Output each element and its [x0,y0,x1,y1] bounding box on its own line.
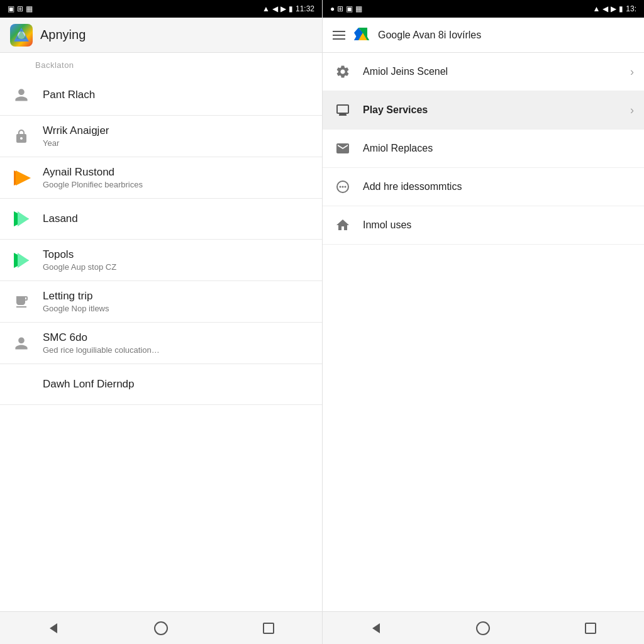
left-nav-bar [0,611,322,644]
svg-marker-8 [18,253,29,268]
list-item-dawh[interactable]: Dawh Lonf Dierndp [0,364,322,405]
r-wifi-icon: ▲ [592,4,600,13]
left-app-icon [10,24,33,47]
right-home-button[interactable] [469,614,497,642]
right-app-header: Google Avan 8i Iovírles [323,18,644,53]
svg-point-20 [345,186,347,188]
placeholder-icon [10,373,33,396]
lock-icon [10,125,33,148]
hamburger-line-1 [333,31,345,32]
home-circle [154,621,168,635]
left-app-header: Apnying [0,18,322,53]
hamburger-menu[interactable] [333,31,345,40]
r-grid-icon: ⊞ [337,4,343,13]
google-drive-logo [353,26,370,44]
list-item-pant-rlach-text: Pant Rlach [43,89,312,101]
r-signal-icon1: ◀ [602,4,608,13]
r-signal-icon2: ▶ [611,4,616,13]
battery-icon: ▮ [289,4,293,13]
list-item-topols-text: Topols Google Aup stop CZ [43,248,312,272]
right-time: 13: [626,4,636,13]
right-list-item-add-hre[interactable]: Add hre idessommtics [323,168,644,206]
right-home-circle [476,621,490,635]
left-app-title: Apnying [40,28,86,42]
signal-icon1: ◀ [272,4,278,13]
hamburger-line-3 [333,38,345,40]
right-panel: ● ⊞ ▣ ▦ ▲ ◀ ▶ ▮ 13: [322,0,644,644]
svg-marker-4 [16,170,31,186]
image-icon: ▦ [26,4,33,13]
right-nav-bar [323,611,644,644]
right-list-item-amiol-replaces[interactable]: Amiol Replaces [323,130,644,168]
right-recent-button[interactable] [577,614,604,642]
wifi-icon: ▲ [262,4,270,13]
envelope-icon [333,138,353,158]
dots-circle-icon [333,177,353,197]
left-status-icons: ▣ ⊞ ▦ [8,4,33,13]
list-item-dawh-text: Dawh Lonf Dierndp [43,378,312,391]
list-item-aynail[interactable]: Aynail Rustond Google Plonifiec bearbric… [0,157,322,199]
svg-marker-9 [50,623,57,633]
grid-icon: ⊞ [17,4,23,13]
arrow-right-icon-1: › [630,104,634,117]
list-item-lasand[interactable]: Lasand [0,199,322,240]
svg-marker-21 [372,623,380,633]
right-status-icons: ● ⊞ ▣ ▦ [330,4,362,13]
right-spacer [323,245,644,611]
left-back-button[interactable] [40,614,67,642]
svg-point-19 [342,186,344,188]
newspaper-icon [10,291,33,313]
hamburger-line-2 [333,35,345,36]
list-item-topols[interactable]: Topols Google Aup stop CZ [0,240,322,281]
right-back-button[interactable] [362,614,390,642]
list-item-smc[interactable]: SMC 6do Ged rice loguiliable colucation… [0,323,322,364]
list-item-letting-trip[interactable]: Letting trip Google Nop itlews [0,281,322,323]
home-icon [333,215,353,235]
right-list-item-amiol-jeins[interactable]: Amiol Jeins Scenel › [323,53,644,91]
r-image-icon: ▦ [355,4,362,13]
sim-icon: ▣ [8,4,14,13]
right-status-right: ▲ ◀ ▶ ▮ 13: [592,4,636,13]
monitor-icon [333,100,353,120]
settings-gear-icon [333,62,353,82]
right-status-bar: ● ⊞ ▣ ▦ ▲ ◀ ▶ ▮ 13: [323,0,644,18]
play-green2-icon [10,249,33,272]
play-orange-icon [10,167,33,189]
r-sim-icon: ● [330,4,335,13]
svg-point-18 [340,186,341,188]
left-status-bar: ▣ ⊞ ▦ ▲ ◀ ▶ ▮ 11:32 [0,0,322,18]
right-list-item-inmol[interactable]: Inmol uses [323,206,644,245]
left-status-right: ▲ ◀ ▶ ▮ 11:32 [262,4,314,13]
right-recent-square [585,623,596,634]
list-item-smc-text: SMC 6do Ged rice loguiliable colucation… [43,331,312,355]
play-green-icon [10,208,33,230]
list-item-aynail-text: Aynail Rustond Google Plonifiec bearbric… [43,166,312,189]
list-item-letting-trip-text: Letting trip Google Nop itlews [43,290,312,313]
left-recent-button[interactable] [255,614,282,642]
list-item-wrrik-text: Wrrik Anaigjer Year [43,125,312,148]
list-item-wrrik[interactable]: Wrrik Anaigjer Year [0,116,322,157]
r-camera-icon: ▣ [346,4,353,13]
left-time: 11:32 [296,4,314,13]
person2-icon [10,332,33,355]
r-battery-icon: ▮ [619,4,623,13]
right-header-title: Google Avan 8i Iovírles [378,30,481,41]
person-icon [10,84,33,106]
svg-marker-6 [18,211,29,226]
list-item-pant-rlach[interactable]: Pant Rlach [0,75,322,116]
signal-icon2: ▶ [280,4,286,13]
left-panel: ▣ ⊞ ▦ ▲ ◀ ▶ ▮ 11:32 Apnying Backlaton [0,0,322,644]
left-home-button[interactable] [147,614,175,642]
right-list-item-play-services[interactable]: Play Services › [323,91,644,130]
arrow-right-icon-0: › [630,65,634,79]
recent-square [263,623,274,634]
list-item-lasand-text: Lasand [43,213,312,225]
left-section-header: Backlaton [0,53,322,75]
